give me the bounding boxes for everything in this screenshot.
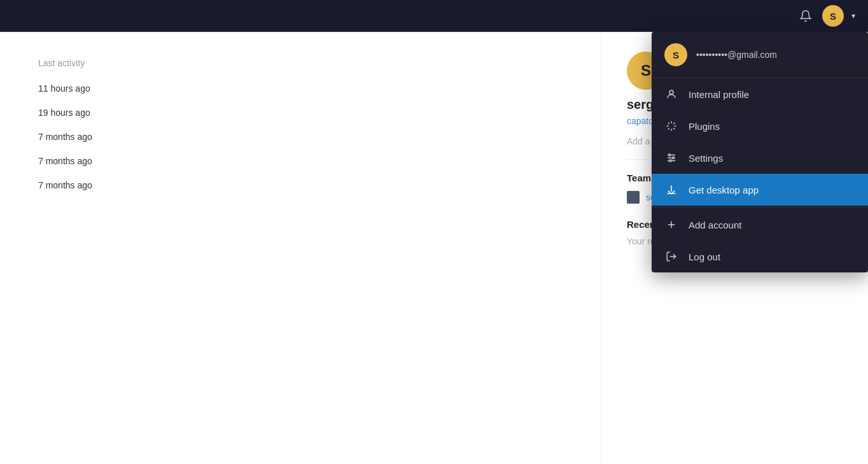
svg-point-0 bbox=[669, 90, 673, 94]
svg-point-5 bbox=[673, 157, 675, 159]
menu-item-plugins-label: Plugins bbox=[689, 121, 720, 132]
activity-item: 19 hours ago bbox=[38, 108, 563, 118]
left-panel: Last activity 11 hours ago 19 hours ago … bbox=[0, 32, 601, 464]
menu-item-add-account-label: Add account bbox=[689, 220, 741, 230]
menu-item-log-out[interactable]: Log out bbox=[652, 241, 868, 272]
dropdown-avatar: S bbox=[664, 43, 687, 66]
activity-item: 7 months ago bbox=[38, 132, 563, 142]
menu-item-get-desktop-app-label: Get desktop app bbox=[689, 185, 759, 195]
plus-icon bbox=[664, 218, 678, 232]
activity-item: 7 months ago bbox=[38, 180, 563, 190]
activity-label: Last activity bbox=[38, 58, 563, 68]
team-icon bbox=[627, 191, 640, 204]
menu-item-settings[interactable]: Settings bbox=[652, 142, 868, 174]
logout-icon bbox=[664, 250, 678, 264]
menu-item-settings-label: Settings bbox=[689, 153, 723, 164]
user-avatar-button[interactable]: S bbox=[822, 5, 844, 27]
navbar: S ▾ S ••••••••••@gmail.com Internal prof… bbox=[0, 0, 868, 32]
menu-item-get-desktop-app[interactable]: Get desktop app bbox=[652, 174, 868, 206]
menu-item-log-out-label: Log out bbox=[689, 251, 720, 262]
activity-item: 11 hours ago bbox=[38, 83, 563, 94]
menu-item-internal-profile-label: Internal profile bbox=[689, 89, 749, 100]
notifications-bell[interactable] bbox=[794, 4, 817, 27]
svg-point-4 bbox=[669, 154, 671, 156]
svg-point-6 bbox=[669, 160, 671, 162]
person-icon bbox=[664, 87, 678, 101]
download-icon bbox=[664, 183, 678, 197]
dropdown-divider bbox=[652, 207, 868, 207]
settings-icon bbox=[664, 151, 678, 165]
plugin-icon bbox=[664, 119, 678, 133]
menu-item-internal-profile[interactable]: Internal profile bbox=[652, 78, 868, 110]
user-dropdown-menu: S ••••••••••@gmail.com Internal profile … bbox=[652, 32, 868, 272]
user-menu-chevron[interactable]: ▾ bbox=[849, 9, 858, 23]
dropdown-email: ••••••••••@gmail.com bbox=[696, 50, 777, 60]
menu-item-plugins[interactable]: Plugins bbox=[652, 110, 868, 142]
menu-item-add-account[interactable]: Add account bbox=[652, 209, 868, 241]
activity-item: 7 months ago bbox=[38, 156, 563, 166]
dropdown-header: S ••••••••••@gmail.com bbox=[652, 32, 868, 78]
